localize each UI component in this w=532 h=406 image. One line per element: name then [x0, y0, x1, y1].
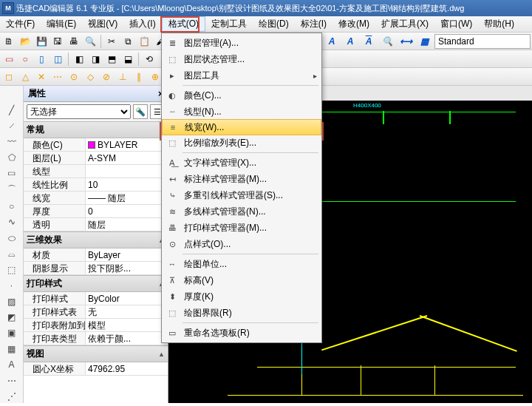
menu-item[interactable]: ◐颜色(C)...: [162, 87, 321, 104]
grad-icon[interactable]: ◩: [4, 311, 19, 323]
copy-icon[interactable]: ⧉: [120, 34, 135, 49]
menu-file[interactable]: 文件(F): [0, 16, 41, 32]
prop-row[interactable]: 打印样式表无: [24, 305, 168, 319]
menu-item[interactable]: ⊙点样式(O)...: [162, 236, 321, 252]
prop-section[interactable]: 三维效果▲: [24, 231, 168, 248]
menu-modify[interactable]: 修改(M): [332, 16, 375, 32]
table-style-icon[interactable]: ▦: [416, 34, 432, 49]
quickselect-icon[interactable]: 🔦: [133, 104, 148, 119]
prop-row[interactable]: 阴影显示投下阴影...: [24, 262, 168, 275]
polygon-icon[interactable]: ⬠: [4, 151, 19, 163]
shape-rect-icon[interactable]: ▭: [1, 52, 16, 67]
menu-item[interactable]: ⬚绘图界限(R): [162, 305, 321, 321]
menu-item[interactable]: ⤷多重引线样式管理器(S)...: [162, 187, 321, 203]
menu-insert[interactable]: 插入(I): [123, 16, 161, 32]
prop-value[interactable]: 无: [86, 305, 168, 318]
text-icon[interactable]: A: [4, 359, 19, 371]
selection-dropdown[interactable]: 无选择: [27, 104, 131, 119]
menu-item[interactable]: ↔绘图单位...: [162, 256, 321, 272]
menu-window[interactable]: 窗口(W): [434, 16, 478, 32]
snap-cen-icon[interactable]: ⊙: [66, 70, 81, 84]
menu-item[interactable]: ┈线型(N)...: [162, 104, 321, 120]
menu-view[interactable]: 视图(V): [82, 16, 123, 32]
prop-row[interactable]: 透明随层: [24, 218, 168, 231]
prop-value[interactable]: 0: [86, 205, 168, 217]
menu-ext[interactable]: 扩展工具(X): [375, 16, 434, 32]
prop-row[interactable]: 线型: [24, 165, 168, 178]
text-style-b-icon[interactable]: A: [342, 34, 358, 49]
snap-end-icon[interactable]: ◻: [1, 70, 16, 84]
ellipsearc-icon[interactable]: ⌓: [4, 248, 19, 260]
preview-icon[interactable]: 🔍: [83, 34, 98, 49]
prop-value[interactable]: 投下阴影...: [86, 262, 168, 274]
snap-ins-icon[interactable]: ⊕: [148, 70, 163, 84]
snap-per-icon[interactable]: ⊥: [115, 70, 130, 84]
print-icon[interactable]: 🖶: [66, 34, 81, 49]
snap-par-icon[interactable]: ∥: [132, 70, 146, 84]
arc-icon[interactable]: ⌒: [4, 183, 19, 197]
text-style-a-icon[interactable]: A: [324, 34, 340, 49]
menu-item[interactable]: ⊼标高(V): [162, 272, 321, 288]
text-style-c-icon[interactable]: A: [361, 34, 377, 49]
prop-value[interactable]: A-SYM: [86, 152, 168, 164]
ellipse-icon[interactable]: ⬭: [4, 231, 19, 244]
tool-a-icon[interactable]: ◧: [72, 52, 86, 67]
snap-tan-icon[interactable]: ⊘: [99, 70, 114, 84]
snap-mid-icon[interactable]: △: [18, 70, 33, 84]
prop-value[interactable]: ByLayer: [86, 248, 168, 261]
tool-d-icon[interactable]: ⬓: [120, 52, 135, 67]
snap-qua-icon[interactable]: ◇: [83, 70, 98, 84]
prop-value[interactable]: 模型: [86, 319, 168, 331]
aux-b-icon[interactable]: ⋰: [4, 390, 19, 402]
prop-row[interactable]: 颜色(C)BYLAYER: [24, 138, 168, 152]
menu-format[interactable]: 格式(O): [162, 16, 205, 32]
prop-section[interactable]: 视图▲: [24, 345, 168, 362]
prop-value[interactable]: [86, 165, 168, 177]
menu-help[interactable]: 帮助(H): [478, 16, 520, 32]
new-icon[interactable]: 🗎: [1, 34, 16, 49]
shape-circle-icon[interactable]: ○: [18, 52, 33, 67]
menu-item[interactable]: ⬍厚度(K): [162, 288, 321, 305]
property-grid[interactable]: 常规▲颜色(C)BYLAYER图层(L)A-SYM线型线性比例10线宽—— 随层…: [24, 121, 168, 403]
cut-icon[interactable]: ✂: [104, 34, 119, 49]
saveall-icon[interactable]: 🖫: [50, 34, 65, 49]
text-find-icon[interactable]: 🔍: [379, 34, 395, 49]
menu-dim[interactable]: 标注(I): [295, 16, 332, 32]
block-icon[interactable]: ⬚: [4, 263, 19, 276]
prop-row[interactable]: 打印表附加到模型: [24, 319, 168, 332]
prop-section[interactable]: 打印样式▲: [24, 275, 168, 292]
xline-icon[interactable]: ⟋: [4, 119, 19, 132]
menu-item[interactable]: A͟文字样式管理(X)...: [162, 155, 321, 171]
line-icon[interactable]: ╱: [4, 104, 19, 116]
shape-view-icon[interactable]: ◫: [50, 52, 65, 67]
pline-icon[interactable]: 〰: [4, 135, 19, 148]
tool-c-icon[interactable]: ⬒: [104, 52, 119, 67]
prop-row[interactable]: 线性比例10: [24, 178, 168, 192]
menu-edit[interactable]: 编辑(E): [41, 16, 82, 32]
spline-icon[interactable]: ∿: [4, 216, 19, 229]
prop-section[interactable]: 常规▲: [24, 121, 168, 138]
style-name-input[interactable]: [434, 34, 531, 49]
dim-style-icon[interactable]: ⟷: [398, 34, 414, 49]
prop-value[interactable]: 10: [86, 178, 168, 191]
prop-row[interactable]: 图层(L)A-SYM: [24, 152, 168, 165]
menu-item[interactable]: ▭重命名选项板(R): [162, 325, 321, 341]
shape-box-icon[interactable]: ▯: [34, 52, 49, 67]
prop-row[interactable]: 圆心X坐标47962.95: [24, 362, 168, 376]
prop-row[interactable]: 材质ByLayer: [24, 248, 168, 262]
menu-item[interactable]: 🖶打印样式管理器(M)...: [162, 220, 321, 236]
prop-row[interactable]: 打印表类型依赖于颜...: [24, 332, 168, 345]
region-icon[interactable]: ▣: [4, 327, 19, 339]
open-icon[interactable]: 📂: [18, 34, 33, 49]
menu-item[interactable]: ≣图层管理(A)...: [162, 35, 321, 51]
menu-item[interactable]: ≡线宽(W)...: [162, 119, 321, 135]
prop-value[interactable]: 47962.95: [86, 362, 168, 375]
menu-item[interactable]: ↤标注样式管理器(M)...: [162, 171, 321, 187]
snap-ext-icon[interactable]: ⋯: [50, 70, 65, 84]
prop-value[interactable]: —— 随层: [86, 192, 168, 204]
rect-icon[interactable]: ▭: [4, 167, 19, 180]
hatch-icon[interactable]: ▨: [4, 295, 19, 308]
rot-a-icon[interactable]: ⟲: [142, 52, 157, 67]
table-icon[interactable]: ▦: [4, 342, 19, 355]
menu-item[interactable]: ≋多线样式管理器(N)...: [162, 203, 321, 220]
